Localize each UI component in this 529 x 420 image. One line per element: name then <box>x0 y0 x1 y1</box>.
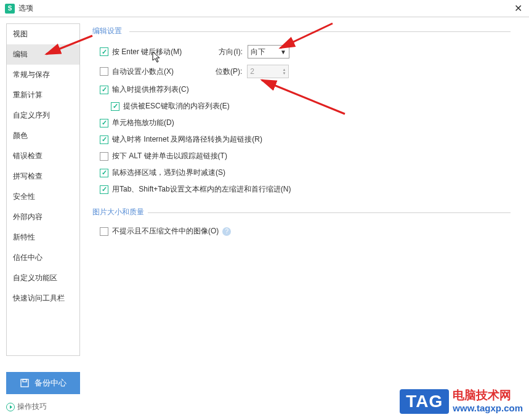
row-mouse-select: 鼠标选择区域，遇到边界时减速(S) <box>92 168 511 178</box>
digits-label: 位数(P): <box>216 67 242 77</box>
row-no-compress: 不提示且不压缩文件中的图像(O) ? <box>92 226 511 236</box>
row-hyperlink: 键入时将 Internet 及网络路径转换为超链接(R) <box>92 134 511 145</box>
direction-label: 方向(I): <box>219 47 243 57</box>
label-suggest-list: 输入时提供推荐列表(C) <box>112 84 189 95</box>
chevron-down-icon: ▼ <box>280 49 286 55</box>
label-mouse-select: 鼠标选择区域，遇到边界时减速(S) <box>112 168 225 178</box>
tips-link[interactable]: 操作技巧 <box>6 402 47 412</box>
checkbox-esc-list[interactable] <box>111 102 119 111</box>
section-title-image: 图片大小和质量 <box>92 207 511 217</box>
checkbox-auto-decimal[interactable] <box>100 67 108 76</box>
direction-control: 方向(I): 向下 ▼ <box>219 45 289 59</box>
section-title-edit: 编辑设置 <box>92 26 511 36</box>
app-icon: S <box>5 4 15 14</box>
spinner-arrows-icon: ▲▼ <box>282 68 286 75</box>
close-button[interactable]: ✕ <box>512 2 524 15</box>
row-tab-indent: 用Tab、Shift+Tab设置文本框内的左缩进和首行缩进(N) <box>92 184 511 195</box>
digits-control: 位数(P): 2 ▲▼ <box>216 65 289 78</box>
window-title: 选项 <box>18 3 33 14</box>
sidebar-item-general-save[interactable]: 常规与保存 <box>7 65 79 85</box>
svg-rect-1 <box>23 379 26 382</box>
fieldset-edit: 编辑设置 按 Enter 键后移动(M) 方向(I): 向下 ▼ 自动设置小数点… <box>92 26 511 195</box>
watermark-tag: TAG <box>400 389 449 414</box>
label-alt-click: 按下 ALT 键并单击以跟踪超链接(T) <box>112 151 227 161</box>
main-container: 视图 编辑 常规与保存 重新计算 自定义序列 颜色 错误检查 拼写检查 安全性 … <box>0 17 529 362</box>
content-panel: 编辑设置 按 Enter 键后移动(M) 方向(I): 向下 ▼ 自动设置小数点… <box>80 23 523 356</box>
help-icon[interactable]: ? <box>222 227 231 236</box>
sidebar: 视图 编辑 常规与保存 重新计算 自定义序列 颜色 错误检查 拼写检查 安全性 … <box>6 23 80 356</box>
backup-icon <box>20 378 30 388</box>
checkbox-hyperlink[interactable] <box>100 135 108 144</box>
play-circle-icon <box>6 403 15 411</box>
row-esc-list: 提供被ESC键取消的内容列表(E) <box>92 101 511 111</box>
digits-spinner: 2 ▲▼ <box>247 65 289 78</box>
label-drag-fill: 单元格拖放功能(D) <box>112 118 174 128</box>
label-no-compress: 不提示且不压缩文件中的图像(O) <box>112 226 219 236</box>
sidebar-item-new-features[interactable]: 新特性 <box>7 227 79 248</box>
row-drag-fill: 单元格拖放功能(D) <box>92 118 511 128</box>
row-alt-click: 按下 ALT 键并单击以跟踪超链接(T) <box>92 151 511 161</box>
sidebar-item-quick-access[interactable]: 快速访问工具栏 <box>7 288 79 309</box>
label-tab-indent: 用Tab、Shift+Tab设置文本框内的左缩进和首行缩进(N) <box>112 184 291 195</box>
sidebar-item-view[interactable]: 视图 <box>7 24 79 44</box>
checkbox-suggest-list[interactable] <box>100 86 108 94</box>
sidebar-item-custom-ribbon[interactable]: 自定义功能区 <box>7 268 79 288</box>
watermark-text: 电脑技术网 www.tagxp.com <box>453 389 523 414</box>
fieldset-image: 图片大小和质量 不提示且不压缩文件中的图像(O) ? <box>92 207 511 236</box>
sidebar-item-custom-list[interactable]: 自定义序列 <box>7 105 79 126</box>
tips-label: 操作技巧 <box>17 402 47 412</box>
titlebar-left: S 选项 <box>5 3 33 14</box>
row-suggest-list: 输入时提供推荐列表(C) <box>92 84 511 95</box>
sidebar-item-spell-check[interactable]: 拼写检查 <box>7 166 79 187</box>
label-esc-list: 提供被ESC键取消的内容列表(E) <box>123 101 230 111</box>
row-auto-decimal: 自动设置小数点(X) 位数(P): 2 ▲▼ <box>92 65 511 78</box>
backup-label: 备份中心 <box>34 378 67 389</box>
watermark-url: www.tagxp.com <box>453 403 523 414</box>
checkbox-no-compress[interactable] <box>100 227 108 236</box>
checkbox-enter-move[interactable] <box>100 47 108 56</box>
watermark: TAG 电脑技术网 www.tagxp.com <box>400 389 523 414</box>
checkbox-tab-indent[interactable] <box>100 185 108 194</box>
titlebar: S 选项 ✕ <box>0 0 529 17</box>
label-enter-move: 按 Enter 键后移动(M) <box>112 47 182 57</box>
sidebar-item-color[interactable]: 颜色 <box>7 126 79 146</box>
direction-value: 向下 <box>251 47 265 57</box>
checkbox-alt-click[interactable] <box>100 152 108 161</box>
label-hyperlink: 键入时将 Internet 及网络路径转换为超链接(R) <box>112 134 262 145</box>
sidebar-item-external[interactable]: 外部内容 <box>7 207 79 227</box>
checkbox-drag-fill[interactable] <box>100 119 108 127</box>
digits-value: 2 <box>250 67 254 76</box>
direction-select[interactable]: 向下 ▼ <box>248 45 289 59</box>
svg-rect-0 <box>21 379 28 387</box>
sidebar-item-trust-center[interactable]: 信任中心 <box>7 248 79 268</box>
checkbox-mouse-select[interactable] <box>100 169 108 177</box>
sidebar-item-security[interactable]: 安全性 <box>7 187 79 207</box>
backup-center-button[interactable]: 备份中心 <box>6 372 80 394</box>
label-auto-decimal: 自动设置小数点(X) <box>112 67 174 77</box>
sidebar-item-error-check[interactable]: 错误检查 <box>7 146 79 166</box>
sidebar-item-recalc[interactable]: 重新计算 <box>7 85 79 105</box>
row-enter-move: 按 Enter 键后移动(M) 方向(I): 向下 ▼ <box>92 45 511 59</box>
watermark-cn: 电脑技术网 <box>453 389 523 403</box>
sidebar-item-edit[interactable]: 编辑 <box>7 44 79 65</box>
